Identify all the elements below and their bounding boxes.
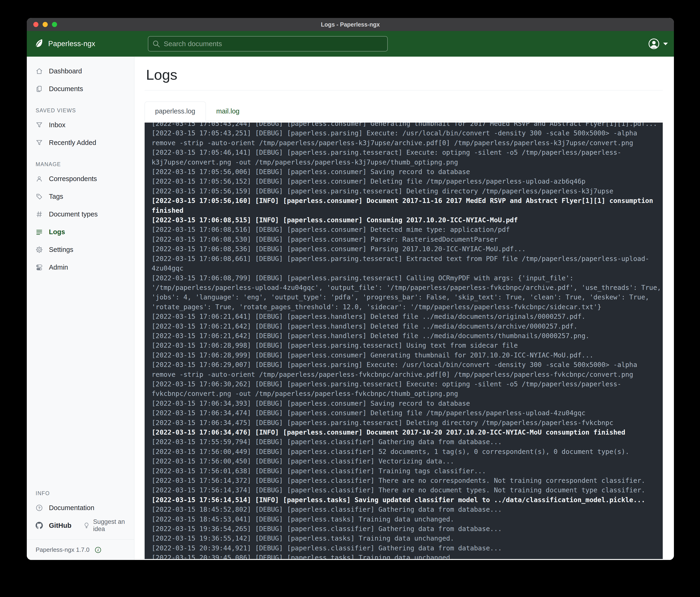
traffic-lights xyxy=(33,18,57,31)
log-line: [2022-03-15 17:05:43,251] [DEBUG] [paper… xyxy=(152,128,662,148)
sidebar-item-inbox[interactable]: Inbox xyxy=(27,116,134,134)
sidebar-info-links: GitHub Suggest an idea xyxy=(27,517,134,534)
sidebar-item-admin[interactable]: Admin xyxy=(27,258,134,276)
info-circle-icon[interactable]: i xyxy=(95,546,102,553)
log-line: [2022-03-15 17:06:21,642] [DEBUG] [paper… xyxy=(152,331,662,341)
tab-mail-log[interactable]: mail.log xyxy=(206,102,250,121)
sidebar-item-tags[interactable]: Tags xyxy=(27,188,134,205)
page-title: Logs xyxy=(146,66,663,83)
close-window-button[interactable] xyxy=(33,22,39,27)
toggles-icon xyxy=(35,264,43,271)
sidebar-item-label: Documents xyxy=(49,85,83,93)
brand-name: Paperless-ngx xyxy=(48,40,95,48)
gear-icon xyxy=(35,246,43,253)
search-icon xyxy=(152,40,160,48)
sidebar-section-saved-views: SAVED VIEWS xyxy=(35,108,134,114)
user-menu-button[interactable] xyxy=(648,31,668,57)
user-avatar-icon xyxy=(648,38,659,49)
log-line: [2022-03-15 17:06:34,393] [DEBUG] [paper… xyxy=(152,399,662,408)
log-line: [2022-03-15 17:06:29,007] [DEBUG] [paper… xyxy=(152,360,662,379)
svg-text:i: i xyxy=(98,548,99,552)
log-panel[interactable]: [2022-03-15 17:05:43,244] [DEBUG] [paper… xyxy=(145,123,663,559)
sidebar-item-label: Documentation xyxy=(49,504,94,512)
minimize-window-button[interactable] xyxy=(43,22,48,27)
sidebar-item-github[interactable]: GitHub xyxy=(27,517,72,534)
sidebar-item-correspondents[interactable]: Correspondents xyxy=(27,170,134,188)
sidebar-item-logs[interactable]: Logs xyxy=(27,223,134,241)
sidebar-item-document-types[interactable]: Document types xyxy=(27,205,134,223)
log-line: [2022-03-15 17:06:08,530] [DEBUG] [paper… xyxy=(152,235,662,244)
suggest-idea-link[interactable]: Suggest an idea xyxy=(83,518,134,533)
log-line: [2022-03-15 17:56:00,449] [DEBUG] [paper… xyxy=(152,447,662,456)
log-line: [2022-03-15 17:06:08,536] [DEBUG] [paper… xyxy=(152,244,662,254)
sidebar-section-info: INFO xyxy=(35,490,134,497)
person-icon xyxy=(35,175,43,183)
question-circle-icon: ? xyxy=(35,504,43,511)
app-header: Paperless-ngx xyxy=(27,31,674,57)
leaf-logo-icon xyxy=(34,39,45,49)
log-line: [2022-03-15 17:06:08,799] [DEBUG] [paper… xyxy=(152,273,662,312)
sidebar-item-documentation[interactable]: ? Documentation xyxy=(27,499,134,517)
log-line: [2022-03-15 20:39:44,921] [DEBUG] [paper… xyxy=(152,543,662,553)
app-window: Logs - Paperless-ngx Paperless-ngx xyxy=(27,18,674,560)
log-line: [2022-03-15 17:06:21,641] [DEBUG] [paper… xyxy=(152,312,662,321)
log-line: [2022-03-15 17:06:28,999] [DEBUG] [paper… xyxy=(152,351,662,360)
log-line: [2022-03-15 17:55:59,794] [DEBUG] [paper… xyxy=(152,437,662,447)
log-line: [2022-03-15 17:56:14,374] [DEBUG] [paper… xyxy=(152,485,662,495)
log-lines: [2022-03-15 17:05:43,244] [DEBUG] [paper… xyxy=(152,123,662,559)
log-line: [2022-03-15 17:05:46,141] [DEBUG] [paper… xyxy=(152,148,662,167)
sidebar: Dashboard Documents SAVED VIEWS xyxy=(27,57,134,560)
documents-icon xyxy=(35,85,43,93)
sidebar-item-recently-added[interactable]: Recently Added xyxy=(27,134,134,151)
sidebar-item-documents[interactable]: Documents xyxy=(27,80,134,98)
sidebar-item-label: Tags xyxy=(49,193,63,200)
filter-funnel-icon xyxy=(35,139,43,146)
tab-paperless-log[interactable]: paperless.log xyxy=(145,102,206,121)
log-tabs: paperless.log mail.log xyxy=(145,102,663,121)
log-line: [2022-03-15 20:39:45,086] [DEBUG] [paper… xyxy=(152,553,662,559)
search-input[interactable] xyxy=(148,36,388,51)
home-icon xyxy=(35,68,43,75)
sidebar-item-label: Recently Added xyxy=(49,139,96,147)
log-line: [2022-03-15 17:06:34,476] [INFO] [paperl… xyxy=(152,428,662,437)
log-line: [2022-03-15 19:36:55,142] [DEBUG] [paper… xyxy=(152,534,662,543)
sidebar-item-label: Admin xyxy=(49,264,68,271)
sidebar-item-label: Document types xyxy=(49,210,98,218)
log-line: [2022-03-15 17:06:08,516] [DEBUG] [paper… xyxy=(152,225,662,234)
log-line: [2022-03-15 17:05:56,160] [INFO] [paperl… xyxy=(152,196,662,215)
titlebar[interactable]: Logs - Paperless-ngx xyxy=(27,18,674,31)
suggest-idea-label: Suggest an idea xyxy=(93,518,134,533)
sidebar-item-label: Logs xyxy=(49,228,65,236)
app-version: Paperless-ngx 1.7.0 xyxy=(35,546,90,553)
log-line: [2022-03-15 17:06:30,262] [DEBUG] [paper… xyxy=(152,379,662,399)
log-line: [2022-03-15 17:56:01,638] [DEBUG] [paper… xyxy=(152,466,662,476)
sidebar-item-dashboard[interactable]: Dashboard xyxy=(27,62,134,80)
log-line: [2022-03-15 17:56:14,372] [DEBUG] [paper… xyxy=(152,476,662,485)
search-bar xyxy=(148,36,388,51)
sidebar-item-label: Settings xyxy=(49,246,73,254)
log-line: [2022-03-15 18:45:52,802] [DEBUG] [paper… xyxy=(152,505,662,514)
sidebar-item-label: GitHub xyxy=(49,522,72,529)
main-content: Logs paperless.log mail.log [2022-03-15 … xyxy=(134,57,674,560)
log-line: [2022-03-15 17:05:56,159] [DEBUG] [paper… xyxy=(152,186,662,196)
lightbulb-icon xyxy=(83,522,90,529)
log-line: [2022-03-15 17:06:08,515] [INFO] [paperl… xyxy=(152,215,662,225)
hash-icon xyxy=(35,211,43,218)
log-line: [2022-03-15 17:56:14,514] [INFO] [paperl… xyxy=(152,495,662,505)
zoom-window-button[interactable] xyxy=(52,22,57,27)
brand-logo[interactable]: Paperless-ngx xyxy=(34,39,95,49)
log-line: [2022-03-15 17:05:56,152] [DEBUG] [paper… xyxy=(152,176,662,186)
sidebar-item-label: Dashboard xyxy=(49,67,82,75)
sidebar-section-manage: MANAGE xyxy=(35,161,134,168)
svg-text:?: ? xyxy=(38,506,40,510)
log-line: [2022-03-15 17:06:21,642] [DEBUG] [paper… xyxy=(152,321,662,331)
log-line: [2022-03-15 18:45:53,041] [DEBUG] [paper… xyxy=(152,515,662,524)
log-lines-icon xyxy=(35,229,43,236)
sidebar-item-settings[interactable]: Settings xyxy=(27,241,134,258)
log-line: [2022-03-15 17:05:56,006] [DEBUG] [paper… xyxy=(152,167,662,176)
sidebar-item-label: Inbox xyxy=(49,121,66,129)
log-line: [2022-03-15 17:05:43,244] [DEBUG] [paper… xyxy=(152,123,662,128)
sidebar-item-label: Correspondents xyxy=(49,175,97,183)
filter-funnel-icon xyxy=(35,121,43,128)
tag-icon xyxy=(35,193,43,200)
